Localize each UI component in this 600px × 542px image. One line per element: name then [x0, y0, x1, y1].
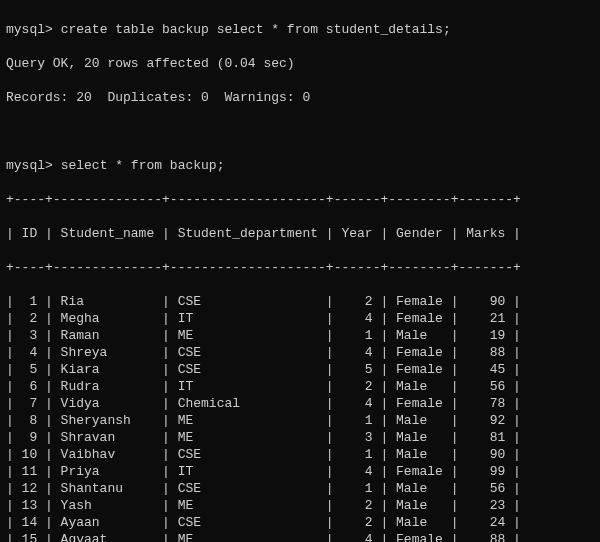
table-row: | 9 | Shravan | ME | 3 | Male | 81 | — [6, 429, 594, 446]
table-border-mid: +----+--------------+-------------------… — [6, 259, 594, 276]
msg-records: Records: 20 Duplicates: 0 Warnings: 0 — [6, 89, 594, 106]
prompt: mysql> — [6, 158, 53, 173]
table-row: | 8 | Sheryansh | ME | 1 | Male | 92 | — [6, 412, 594, 429]
table-row: | 2 | Megha | IT | 4 | Female | 21 | — [6, 310, 594, 327]
table-body: | 1 | Ria | CSE | 2 | Female | 90 || 2 |… — [6, 293, 594, 542]
table-row: | 1 | Ria | CSE | 2 | Female | 90 | — [6, 293, 594, 310]
table-row: | 7 | Vidya | Chemical | 4 | Female | 78… — [6, 395, 594, 412]
sql-create-statement: create table backup select * from studen… — [61, 22, 451, 37]
msg-query-ok: Query OK, 20 rows affected (0.04 sec) — [6, 55, 594, 72]
blank-line — [6, 123, 594, 140]
table-border-top: +----+--------------+-------------------… — [6, 191, 594, 208]
table-row: | 14 | Ayaan | CSE | 2 | Male | 24 | — [6, 514, 594, 531]
cmd-line-1: mysql> create table backup select * from… — [6, 21, 594, 38]
table-row: | 3 | Raman | ME | 1 | Male | 19 | — [6, 327, 594, 344]
table-row: | 6 | Rudra | IT | 2 | Male | 56 | — [6, 378, 594, 395]
table-header: | ID | Student_name | Student_department… — [6, 225, 594, 242]
mysql-terminal[interactable]: mysql> create table backup select * from… — [0, 0, 600, 542]
table-row: | 11 | Priya | IT | 4 | Female | 99 | — [6, 463, 594, 480]
table-row: | 13 | Yash | ME | 2 | Male | 23 | — [6, 497, 594, 514]
cmd-line-2: mysql> select * from backup; — [6, 157, 594, 174]
table-row: | 15 | Agyaat | ME | 4 | Female | 88 | — [6, 531, 594, 542]
table-row: | 10 | Vaibhav | CSE | 1 | Male | 90 | — [6, 446, 594, 463]
table-row: | 5 | Kiara | CSE | 5 | Female | 45 | — [6, 361, 594, 378]
sql-select-statement: select * from backup; — [61, 158, 225, 173]
table-row: | 4 | Shreya | CSE | 4 | Female | 88 | — [6, 344, 594, 361]
prompt: mysql> — [6, 22, 53, 37]
table-row: | 12 | Shantanu | CSE | 1 | Male | 56 | — [6, 480, 594, 497]
